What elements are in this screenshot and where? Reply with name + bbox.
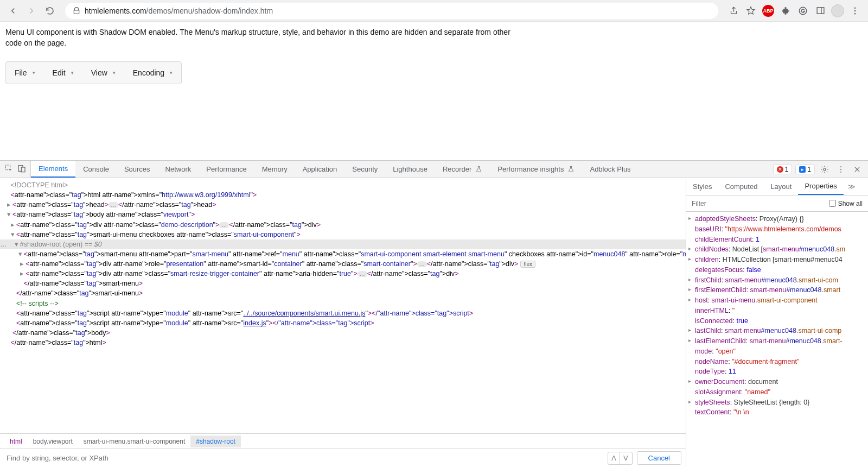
forward-button[interactable]	[24, 3, 39, 18]
back-button[interactable]	[5, 3, 21, 18]
menu-bar: File▾ Edit▾ View▾ Encoding▾	[5, 61, 182, 84]
url-text: htmlelements.com/demos/menu/shadow-dom/i…	[85, 7, 711, 15]
reload-button[interactable]	[42, 3, 58, 18]
svg-point-3	[854, 7, 856, 9]
menu-edit[interactable]: Edit▾	[44, 62, 82, 84]
panel-icon[interactable]	[813, 3, 828, 18]
grammarly-icon[interactable]	[795, 3, 810, 18]
chevron-down-icon: ▾	[71, 70, 74, 75]
menu-file[interactable]: File▾	[6, 62, 44, 84]
chevron-down-icon: ▾	[113, 70, 116, 75]
page-content: Menu UI component is with Shadow DOM ena…	[0, 22, 868, 159]
svg-point-4	[854, 10, 856, 11]
chevron-down-icon: ▾	[33, 70, 35, 75]
menu-encoding[interactable]: Encoding▾	[124, 62, 181, 84]
browser-toolbar: htmlelements.com/demos/menu/shadow-dom/i…	[0, 0, 868, 22]
url-bar[interactable]: htmlelements.com/demos/menu/shadow-dom/i…	[65, 3, 718, 19]
svg-point-5	[854, 12, 856, 14]
adblock-icon[interactable]: ABP	[761, 3, 776, 18]
svg-rect-1	[817, 8, 824, 14]
menu-icon[interactable]	[847, 3, 863, 18]
menu-view[interactable]: View▾	[82, 62, 124, 84]
profile-avatar[interactable]	[830, 3, 845, 18]
share-icon[interactable]	[726, 3, 741, 18]
chevron-down-icon: ▾	[170, 70, 173, 75]
extensions-icon[interactable]	[778, 3, 793, 18]
lock-icon	[73, 7, 80, 15]
page-description: Menu UI component is with Shadow DOM ena…	[5, 27, 521, 48]
star-icon[interactable]	[743, 3, 758, 18]
